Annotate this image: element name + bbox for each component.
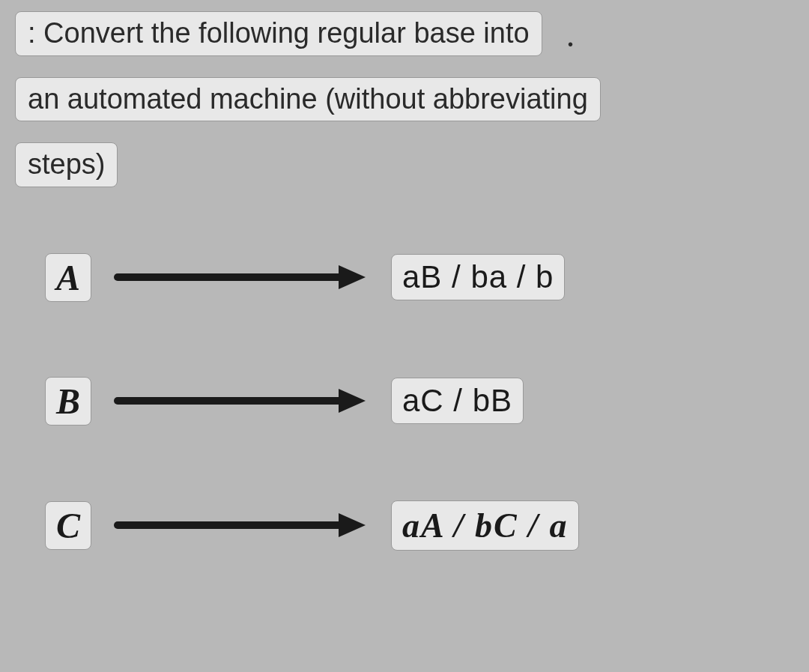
rule-row: C aA / bC / a (45, 500, 779, 551)
arrow-icon (114, 510, 369, 540)
question-line-1: : Convert the following regular base int… (15, 11, 542, 56)
rule-rhs: aC / bB (391, 378, 524, 424)
question-line-3: steps) (15, 142, 118, 187)
rule-row: A aB / ba / b (45, 253, 779, 302)
question-text: : Convert the following regular base int… (0, 0, 809, 208)
arrow-icon (114, 386, 369, 416)
svg-marker-1 (339, 265, 366, 289)
decorative-mark: • (568, 36, 575, 43)
rule-row: B aC / bB (45, 377, 779, 426)
rule-rhs: aA / bC / a (391, 500, 579, 551)
rule-rhs: aB / ba / b (391, 254, 565, 300)
rule-lhs: B (45, 377, 91, 426)
rule-lhs: A (45, 253, 91, 302)
svg-marker-3 (339, 389, 366, 413)
grammar-rules: A aB / ba / b B aC / bB C aA / bC / a (0, 208, 809, 551)
question-line-2: an automated machine (without abbreviati… (15, 77, 601, 122)
svg-marker-5 (339, 513, 366, 537)
arrow-icon (114, 262, 369, 292)
rule-lhs: C (45, 501, 91, 550)
